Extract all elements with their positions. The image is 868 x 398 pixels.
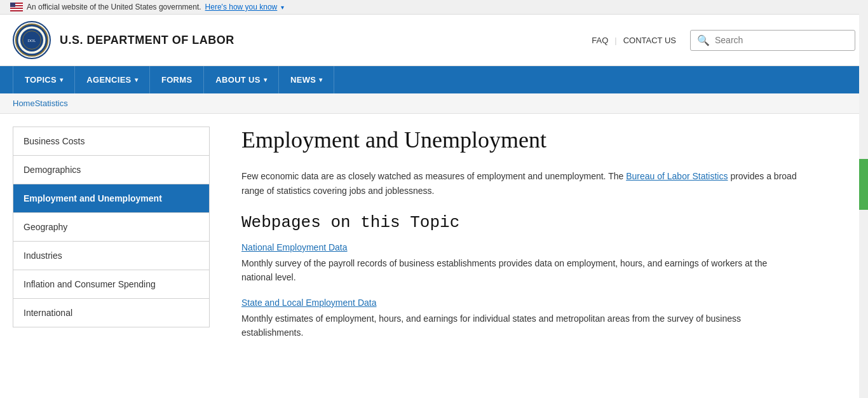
svg-text:DOL: DOL [28, 38, 36, 43]
scrollbar-track[interactable] [859, 0, 868, 366]
us-flag-icon [10, 3, 23, 11]
sidebar-item-industries[interactable]: Industries [13, 242, 209, 270]
webpages-topic-heading: Webpages on this Topic [241, 213, 832, 232]
search-input[interactable] [715, 35, 848, 45]
how-you-know-link[interactable]: Here's how you know [205, 3, 278, 11]
main-nav: TOPICS ▾ AGENCIES ▾ FORMS ABOUT US ▾ NEW… [0, 66, 868, 93]
header-branding: DOL U.S. DEPARTMENT OF LABOR [13, 21, 234, 59]
state-local-employment-desc: Monthly estimates of employment, hours, … [241, 312, 801, 340]
nav-agencies[interactable]: AGENCIES ▾ [75, 66, 150, 93]
scrollbar-thumb[interactable] [859, 159, 868, 210]
nav-forms-label: FORMS [161, 75, 192, 85]
page-content-area: Employment and Unemployment Few economic… [222, 114, 851, 366]
header-right: FAQ | CONTACT US 🔍 [585, 30, 855, 51]
site-header: DOL U.S. DEPARTMENT OF LABOR FAQ | CONTA… [0, 15, 868, 66]
nav-topics[interactable]: TOPICS ▾ [13, 66, 75, 93]
sidebar-item-geography[interactable]: Geography [13, 213, 209, 242]
national-employment-desc: Monthly survey of the payroll records of… [241, 256, 801, 285]
breadcrumb: HomeStatistics [0, 93, 868, 114]
search-box[interactable]: 🔍 [690, 30, 855, 51]
sidebar-item-business-costs[interactable]: Business Costs [13, 127, 209, 156]
seal-icon: DOL [15, 23, 49, 57]
description-paragraph: Few economic data are as closely watched… [241, 169, 801, 198]
gov-banner: An official website of the United States… [0, 0, 868, 15]
main-content: Business Costs Demographics Employment a… [0, 114, 851, 366]
chevron-down-icon: ▾ [60, 76, 63, 83]
nav-aboutus[interactable]: ABOUT US ▾ [204, 66, 279, 93]
description-text-start: Few economic data are as closely watched… [241, 171, 623, 181]
breadcrumb-statistics[interactable]: Statistics [35, 99, 68, 108]
dol-seal: DOL [13, 21, 51, 59]
header-links: FAQ | CONTACT US [585, 36, 682, 45]
chevron-down-icon: ▾ [135, 76, 138, 83]
sidebar-item-international[interactable]: International [13, 299, 209, 327]
nav-agencies-label: AGENCIES [86, 75, 131, 85]
sidebar-item-inflation[interactable]: Inflation and Consumer Spending [13, 270, 209, 299]
chevron-down-icon: ▾ [281, 4, 284, 11]
org-name: U.S. DEPARTMENT OF LABOR [60, 34, 234, 47]
page-title: Employment and Unemployment [241, 127, 832, 154]
chevron-down-icon: ▾ [264, 76, 267, 83]
bls-link[interactable]: Bureau of Labor Statistics [626, 171, 728, 181]
chevron-down-icon: ▾ [319, 76, 322, 83]
search-icon: 🔍 [697, 34, 710, 46]
national-employment-link[interactable]: National Employment Data [241, 242, 832, 252]
nav-news-label: NEWS [290, 75, 316, 85]
nav-forms[interactable]: FORMS [150, 66, 204, 93]
state-local-employment-link[interactable]: State and Local Employment Data [241, 298, 832, 308]
faq-link[interactable]: FAQ [585, 36, 614, 45]
contact-link[interactable]: CONTACT US [617, 36, 682, 45]
official-text: An official website of the United States… [27, 3, 201, 11]
breadcrumb-home[interactable]: Home [13, 99, 35, 108]
sidebar: Business Costs Demographics Employment a… [13, 127, 210, 327]
nav-topics-label: TOPICS [25, 75, 57, 85]
sidebar-item-employment-unemployment[interactable]: Employment and Unemployment [13, 184, 209, 213]
nav-news[interactable]: NEWS ▾ [279, 66, 335, 93]
sidebar-item-demographics[interactable]: Demographics [13, 156, 209, 184]
nav-aboutus-label: ABOUT US [215, 75, 260, 85]
